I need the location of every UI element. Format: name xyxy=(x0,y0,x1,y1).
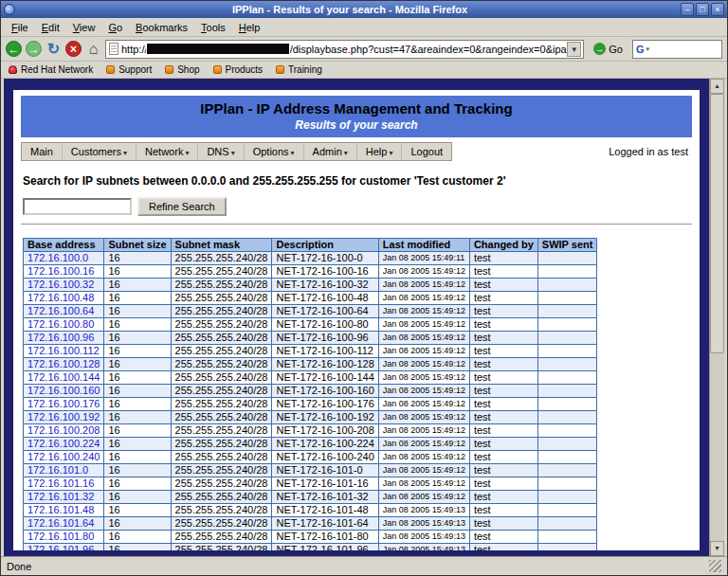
table-cell: 16 xyxy=(104,411,171,424)
table-cell xyxy=(537,332,597,345)
table-cell: test xyxy=(469,411,537,424)
table-cell: NET-172-16-100-0 xyxy=(272,252,378,265)
bookmark-shop[interactable]: Shop xyxy=(165,64,199,75)
menu-file[interactable]: File xyxy=(5,20,35,35)
table-row: 172.16.100.22416255.255.255.240/28NET-17… xyxy=(24,438,597,451)
table-cell: 255.255.255.240/28 xyxy=(171,265,272,279)
table-cell: 255.255.255.240/28 xyxy=(171,332,272,345)
menu-view[interactable]: View xyxy=(66,20,102,35)
base-address-link[interactable]: 172.16.101.64 xyxy=(24,517,104,531)
redhat-icon xyxy=(9,65,17,74)
table-cell: test xyxy=(469,318,537,332)
forward-button[interactable]: → xyxy=(26,41,42,57)
bookmark-support[interactable]: Support xyxy=(106,64,152,75)
chevron-down-icon: ▾ xyxy=(291,149,295,157)
url-bar[interactable]: http:// /displaybase.php?cust=47&areaind… xyxy=(105,40,584,59)
table-row: 172.16.101.6416255.255.255.240/28NET-172… xyxy=(24,517,597,531)
maximize-button[interactable]: □ xyxy=(696,3,709,16)
nav-help[interactable]: Help▾ xyxy=(357,143,403,160)
minimize-button[interactable]: – xyxy=(681,3,694,16)
search-engine-dropdown-icon[interactable]: ▾ xyxy=(646,45,650,53)
bookmark-training[interactable]: Training xyxy=(276,64,322,75)
base-address-link[interactable]: 172.16.100.32 xyxy=(24,279,104,292)
refine-search-button[interactable]: Refine Search xyxy=(137,197,227,216)
base-address-link[interactable]: 172.16.100.96 xyxy=(24,332,104,345)
base-address-link[interactable]: 172.16.101.32 xyxy=(24,491,104,504)
menu-bookmarks[interactable]: Bookmarks xyxy=(129,20,194,35)
base-address-link[interactable]: 172.16.100.48 xyxy=(24,292,104,305)
search-input[interactable]: G ▾ xyxy=(632,40,722,59)
base-address-link[interactable]: 172.16.100.112 xyxy=(24,345,104,358)
table-row: 172.16.101.3216255.255.255.240/28NET-172… xyxy=(24,491,597,504)
base-address-link[interactable]: 172.16.101.48 xyxy=(24,504,104,517)
base-address-link[interactable]: 172.16.100.0 xyxy=(24,252,104,265)
menu-go[interactable]: Go xyxy=(101,20,129,35)
nav-logout[interactable]: Logout xyxy=(402,143,451,160)
table-cell xyxy=(537,504,597,517)
table-cell: 255.255.255.240/28 xyxy=(171,252,272,265)
table-cell: test xyxy=(469,385,537,398)
table-cell: 255.255.255.240/28 xyxy=(171,464,272,477)
nav-admin[interactable]: Admin▾ xyxy=(304,143,357,160)
base-address-link[interactable]: 172.16.100.128 xyxy=(24,358,104,371)
scrollbar-track[interactable] xyxy=(710,94,724,541)
base-address-link[interactable]: 172.16.100.208 xyxy=(24,424,104,438)
menu-tools[interactable]: Tools xyxy=(194,20,232,35)
table-cell xyxy=(537,292,597,305)
page-subtitle: Results of your search xyxy=(21,118,692,132)
refine-search-input[interactable] xyxy=(23,198,132,215)
table-cell: 16 xyxy=(104,318,171,332)
url-redacted-block xyxy=(147,44,289,54)
nav-dns[interactable]: DNS▾ xyxy=(198,143,244,160)
menu-help[interactable]: Help xyxy=(232,20,267,35)
column-header: Subnet mask xyxy=(171,239,272,252)
nav-options[interactable]: Options▾ xyxy=(245,143,304,160)
url-dropdown-button[interactable]: ▼ xyxy=(567,42,581,57)
resize-grip[interactable] xyxy=(709,560,721,572)
scroll-up-icon[interactable]: ▲ xyxy=(710,79,724,94)
table-row: 172.16.100.6416255.255.255.240/28NET-172… xyxy=(24,305,597,318)
base-address-link[interactable]: 172.16.100.240 xyxy=(24,451,104,464)
table-cell: NET-172-16-100-16 xyxy=(272,265,378,279)
nav-customers[interactable]: Customers▾ xyxy=(63,143,136,160)
scroll-down-icon[interactable]: ▼ xyxy=(710,541,724,556)
chevron-down-icon: ▾ xyxy=(344,149,348,157)
table-cell: NET-172-16-101-32 xyxy=(272,491,378,504)
base-address-link[interactable]: 172.16.100.192 xyxy=(24,411,104,424)
vertical-scrollbar[interactable]: ▲ ▼ xyxy=(709,79,724,556)
table-cell: 255.255.255.240/28 xyxy=(171,517,272,531)
back-button[interactable]: ← xyxy=(6,41,22,57)
reload-button[interactable]: ↻ xyxy=(46,40,62,58)
window-title: IPPlan - Results of your search - Mozill… xyxy=(19,4,681,15)
base-address-link[interactable]: 172.16.100.64 xyxy=(24,305,104,318)
base-address-link[interactable]: 172.16.100.80 xyxy=(24,318,104,332)
page-icon xyxy=(109,43,118,55)
bookmark-red-hat-network[interactable]: Red Hat Network xyxy=(9,64,93,75)
base-address-link[interactable]: 172.16.101.96 xyxy=(24,544,104,551)
base-address-link[interactable]: 172.16.100.16 xyxy=(24,265,104,279)
base-address-link[interactable]: 172.16.101.16 xyxy=(24,477,104,491)
base-address-link[interactable]: 172.16.100.176 xyxy=(24,398,104,411)
nav-main[interactable]: Main xyxy=(22,143,63,160)
stop-button[interactable]: × xyxy=(65,41,82,57)
table-row: 172.16.100.4816255.255.255.240/28NET-172… xyxy=(24,292,597,305)
menu-edit[interactable]: Edit xyxy=(35,20,66,35)
table-row: 172.16.101.4816255.255.255.240/28NET-172… xyxy=(24,504,597,517)
bookmark-products[interactable]: Products xyxy=(213,64,263,75)
close-button[interactable]: × xyxy=(711,3,724,16)
base-address-link[interactable]: 172.16.101.80 xyxy=(24,531,104,544)
table-row: 172.16.101.1616255.255.255.240/28NET-172… xyxy=(24,477,597,491)
base-address-link[interactable]: 172.16.100.144 xyxy=(24,371,104,385)
table-cell: 16 xyxy=(104,385,171,398)
home-button[interactable]: ⌂ xyxy=(85,41,101,58)
last-modified-cell: Jan 08 2005 15:49:13 xyxy=(378,517,469,531)
base-address-link[interactable]: 172.16.100.160 xyxy=(24,385,104,398)
scrollbar-thumb[interactable] xyxy=(710,94,724,353)
table-cell: NET-172-16-101-96 xyxy=(272,544,378,551)
base-address-link[interactable]: 172.16.101.0 xyxy=(24,464,104,477)
table-cell: test xyxy=(469,544,537,551)
go-button[interactable]: → Go xyxy=(588,40,628,59)
table-cell: NET-172-16-101-48 xyxy=(272,504,378,517)
base-address-link[interactable]: 172.16.100.224 xyxy=(24,438,104,451)
nav-network[interactable]: Network▾ xyxy=(136,143,198,160)
